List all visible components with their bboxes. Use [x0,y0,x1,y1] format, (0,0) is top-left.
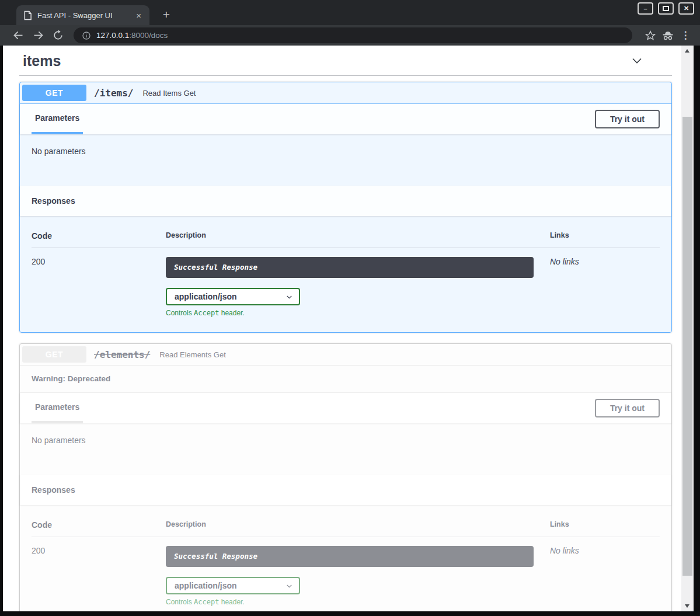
scrollbar-up-arrow-icon[interactable] [685,49,689,53]
column-header-description: Description [166,231,550,241]
response-description-box: Successful Response [166,257,534,278]
responses-table-head: Code Description Links [32,520,660,530]
responses-title: Responses [32,186,75,216]
page-favicon-icon [23,11,32,20]
section-divider [19,75,672,76]
window-controls: – ✕ [638,2,694,15]
url-text: 127.0.0.1:8000/docs [96,31,168,40]
forward-arrow-icon [32,29,44,41]
forward-button[interactable] [28,27,48,44]
media-type-value: application/json [175,581,285,590]
page-scrollbar[interactable] [681,46,694,611]
media-type-select[interactable]: application/json [166,288,300,305]
no-parameters-text: No parameters [32,147,86,156]
responses-table-head: Code Description Links [32,231,660,241]
table-head-divider [32,248,660,248]
select-chevron-icon [285,293,293,301]
close-icon: ✕ [684,5,689,12]
incognito-icon [661,30,675,41]
reload-icon [53,30,64,41]
url-path: :8000/docs [129,31,168,40]
parameters-body: No parameters [20,134,671,186]
new-tab-button[interactable]: + [159,8,174,22]
bookmark-star-button[interactable] [642,27,659,44]
parameters-header: Parameters Try it out [20,104,671,134]
no-parameters-text: No parameters [32,436,86,445]
parameters-header: Parameters Try it out [20,393,671,423]
column-header-code: Code [32,231,166,241]
column-header-description: Description [166,520,550,530]
media-type-value: application/json [175,292,285,301]
response-code: 200 [32,257,166,317]
tag-title: items [23,53,61,69]
responses-header: Responses [20,475,671,505]
star-icon [645,30,656,41]
titlebar: Fast API - Swagger UI × + – ✕ [0,0,700,25]
responses-header: Responses [20,186,671,216]
address-bar[interactable]: 127.0.0.1:8000/docs [74,27,632,43]
scrollbar-down-arrow-icon[interactable] [685,604,689,608]
back-arrow-icon [12,29,25,41]
operation-path: /items/ [94,88,133,99]
incognito-badge [659,27,677,44]
url-host: 127.0.0.1 [96,31,129,40]
window-close-button[interactable]: ✕ [678,2,694,15]
try-it-out-button[interactable]: Try it out [595,399,660,417]
table-head-divider [32,537,660,537]
column-header-code: Code [32,520,166,530]
browser-menu-button[interactable]: ⋮ [677,27,694,44]
method-badge: GET [22,346,86,363]
responses-title: Responses [32,475,75,505]
back-button[interactable] [8,27,28,44]
reload-button[interactable] [48,27,68,44]
tab-title: Fast API - Swagger UI [37,11,135,20]
response-links: No links [550,546,660,606]
operation-path: /elements/ [94,349,150,360]
site-info-icon[interactable] [82,31,91,40]
tab-parameters: Parameters [32,393,83,423]
select-chevron-icon [285,582,293,590]
minimize-icon: – [643,5,647,12]
browser-tab[interactable]: Fast API - Swagger UI × [16,5,149,25]
opblock-get-elements-deprecated: GET /elements/ Read Elements Get Warning… [19,343,672,611]
responses-table: Code Description Links 200 Successful Re… [20,216,671,332]
tab-close-icon[interactable]: × [135,11,142,20]
controls-accept-note: Controls Accept header. [166,309,550,317]
tag-section-header[interactable]: items [19,51,672,69]
deprecated-warning: Warning: Deprecated [20,366,671,393]
window-maximize-button[interactable] [658,2,674,15]
column-header-links: Links [550,520,660,530]
response-links: No links [550,257,660,317]
page-content: items GET /items/ Read Items Get Paramet… [3,46,694,611]
parameters-body: No parameters [20,423,671,475]
response-description-box: Successful Response [166,546,534,567]
column-header-links: Links [550,231,660,241]
media-type-select[interactable]: application/json [166,577,300,594]
opblock-get-items: GET /items/ Read Items Get Parameters Tr… [19,82,672,333]
browser-toolbar: 127.0.0.1:8000/docs ⋮ [0,25,700,46]
operation-summary: Read Items Get [142,89,196,98]
opblock-summary[interactable]: GET /elements/ Read Elements Get [20,344,671,366]
collapse-chevron-icon[interactable] [630,54,644,68]
tab-parameters: Parameters [32,104,83,134]
swagger-ui: items GET /items/ Read Items Get Paramet… [3,46,681,611]
try-it-out-button[interactable]: Try it out [595,110,660,128]
method-badge: GET [22,85,86,101]
kebab-menu-icon: ⋮ [681,29,691,41]
response-row-200: 200 Successful Response application/json… [32,546,660,606]
window-minimize-button[interactable]: – [638,2,653,15]
opblock-summary[interactable]: GET /items/ Read Items Get [20,82,671,104]
response-row-200: 200 Successful Response application/json… [32,257,660,317]
scrollbar-thumb[interactable] [682,117,692,576]
operation-summary: Read Elements Get [159,350,225,359]
response-code: 200 [32,546,166,606]
controls-accept-note: Controls Accept header. [166,598,550,606]
browser-window: Fast API - Swagger UI × + – ✕ [0,0,700,616]
maximize-icon [663,6,669,11]
responses-table: Code Description Links 200 Successful Re… [20,505,671,611]
